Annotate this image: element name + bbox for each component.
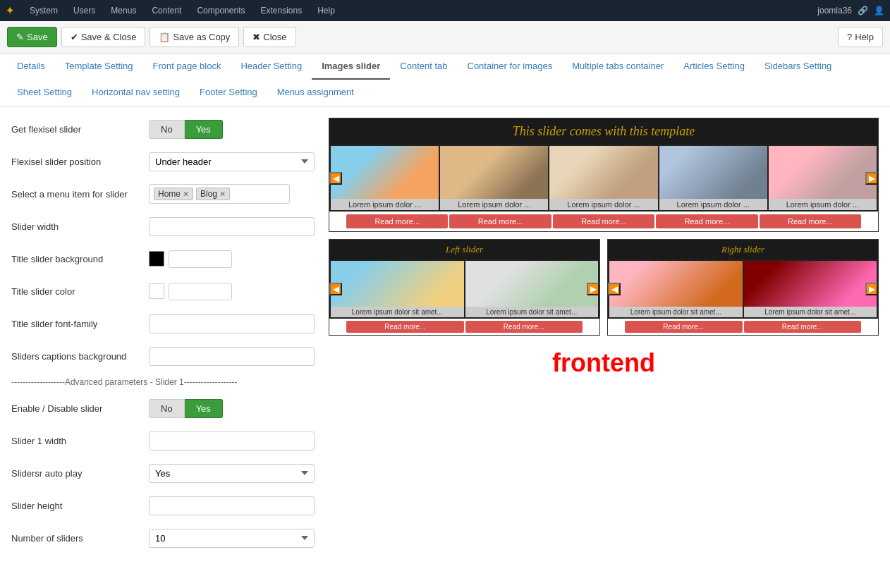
tab-container-images[interactable]: Container for images <box>458 54 563 80</box>
tab-horizontal-nav[interactable]: Horizontal nav setting <box>82 80 190 106</box>
left-read-more-2[interactable]: Read more... <box>465 321 583 333</box>
tab-sheet-setting[interactable]: Sheet Setting <box>7 80 82 106</box>
left-caption-2: Lorem ipsum dolor sit amet... <box>465 307 599 317</box>
slider1-width-input[interactable]: auto <box>149 431 315 451</box>
left-slider-nav-right[interactable]: ▶ <box>587 283 599 295</box>
tab-images-slider[interactable]: Images slider <box>312 54 390 80</box>
flexisel-position-select[interactable]: Under header Above header Below content <box>149 152 315 171</box>
flexisel-slider-row: Get flexisel slider No Yes <box>11 118 315 140</box>
tag-home: Home ✕ <box>154 188 193 200</box>
captions-bg-row: Sliders captions background rgba(255, 25… <box>11 345 315 367</box>
save-button[interactable]: ✎ Save <box>7 27 57 47</box>
external-link-icon: 🔗 <box>858 6 868 16</box>
flexisel-position-row: Flexisel slider position Under header Ab… <box>11 150 315 173</box>
title-bg-swatch[interactable] <box>149 251 164 267</box>
read-more-btn-5[interactable]: Read more... <box>760 214 861 228</box>
tag-blog-close[interactable]: ✕ <box>219 190 226 199</box>
slide-2-caption: Lorem ipsum dolor ... <box>440 199 548 210</box>
slide-3: Lorem ipsum dolor ... <box>549 146 657 210</box>
left-caption-1: Lorem ipsum dolor sit amet... <box>331 307 464 317</box>
autoplay-select[interactable]: Yes No <box>149 464 315 483</box>
close-icon: ✖ <box>252 32 260 42</box>
title-bg-row: Title slider background #000000 <box>11 247 315 270</box>
flexisel-toggle-group: No Yes <box>149 120 223 139</box>
right-caption-1: Lorem ipsum dolor sit amet... <box>609 307 743 317</box>
slider-nav-right[interactable]: ▶ <box>865 172 878 185</box>
tab-menus-assignment[interactable]: Menus assignment <box>267 80 364 106</box>
slider-width-row: Slider width auto <box>11 215 315 238</box>
nav-help[interactable]: Help <box>310 1 342 20</box>
read-more-btn-1[interactable]: Read more... <box>346 214 448 228</box>
flexisel-slider-label: Get flexisel slider <box>11 124 149 135</box>
slide-2: Lorem ipsum dolor ... <box>440 146 548 210</box>
enable-toggle-group: No Yes <box>149 399 223 418</box>
main-content: Get flexisel slider No Yes Flexisel slid… <box>0 106 890 588</box>
slider1-width-label: Slider 1 width <box>11 436 149 446</box>
tab-header-setting[interactable]: Header Setting <box>231 54 312 80</box>
right-read-more-2[interactable]: Read more... <box>744 321 862 333</box>
tab-footer-setting[interactable]: Footer Setting <box>190 80 267 106</box>
right-slide-2: Lorem ipsum dolor sit amet... <box>744 261 877 317</box>
slider-width-input[interactable]: auto <box>149 217 315 236</box>
slide-1-caption: Lorem ipsum dolor ... <box>331 199 439 210</box>
left-read-more-1[interactable]: Read more... <box>346 321 464 333</box>
right-caption-2: Lorem ipsum dolor sit amet... <box>744 307 877 317</box>
flexisel-no-btn[interactable]: No <box>149 120 185 139</box>
right-slider-nav-right[interactable]: ▶ <box>865 283 878 295</box>
tab-articles-setting[interactable]: Articles Setting <box>673 54 755 80</box>
slider-height-input[interactable]: 190px <box>149 496 315 515</box>
right-slider-nav-left[interactable]: ◀ <box>608 283 621 295</box>
title-font-row: Title slider font-family 'Monotype Corsi… <box>11 312 315 335</box>
nav-users[interactable]: Users <box>66 1 102 20</box>
slider-height-label: Slider height <box>11 501 149 511</box>
tag-blog-text: Blog <box>200 189 217 199</box>
captions-bg-input[interactable]: rgba(255, 255, 255, 0.7) <box>149 347 315 366</box>
tabs-row-2: Sheet Setting Horizontal nav setting Foo… <box>7 80 883 106</box>
help-button[interactable]: ? Help <box>838 27 883 47</box>
right-panel: This slider comes with this template ◀ L… <box>329 118 879 588</box>
tab-content-tab[interactable]: Content tab <box>390 54 457 80</box>
menu-tags-input[interactable]: Home ✕ Blog ✕ <box>149 184 290 204</box>
right-slider-images: ◀ Lorem ipsum dolor sit amet... Lorem ip… <box>608 259 878 319</box>
tab-template-setting[interactable]: Template Setting <box>55 54 143 80</box>
slider-nav-left[interactable]: ◀ <box>329 172 342 185</box>
joomla-logo: ✦ <box>6 5 14 16</box>
enable-yes-btn[interactable]: Yes <box>185 399 223 418</box>
title-color-row: Title slider color #ffffff <box>11 280 315 302</box>
nav-components[interactable]: Components <box>190 1 252 20</box>
read-more-btn-2[interactable]: Read more... <box>449 214 551 228</box>
tab-details[interactable]: Details <box>7 54 55 80</box>
tab-front-page[interactable]: Front page block <box>143 54 231 80</box>
right-slider: Right slider ◀ Lorem ipsum dolor sit ame… <box>607 239 879 336</box>
captions-bg-label: Sliders captions background <box>11 351 149 362</box>
title-bg-color-input[interactable]: #000000 <box>169 250 232 268</box>
left-slider-images-container: ◀ Lorem ipsum dolor sit amet... Lorem ip… <box>329 259 599 319</box>
save-copy-button[interactable]: 📋 Save as Copy <box>150 27 239 47</box>
main-slider-preview: This slider comes with this template ◀ L… <box>329 118 879 232</box>
slide-4-caption: Lorem ipsum dolor ... <box>659 199 767 210</box>
nav-extensions[interactable]: Extensions <box>253 1 309 20</box>
read-more-btn-3[interactable]: Read more... <box>553 214 654 228</box>
close-button[interactable]: ✖ Close <box>243 27 295 47</box>
tab-sidebars-setting[interactable]: Sidebars Setting <box>755 54 841 80</box>
tab-multiple-tabs[interactable]: Multiple tabs container <box>562 54 673 80</box>
title-color-input[interactable]: #ffffff <box>169 283 232 300</box>
slide-5: Lorem ipsum dolor ... <box>769 146 877 210</box>
enable-disable-row: Enable / Disable slider No Yes <box>11 397 315 419</box>
nav-system[interactable]: System <box>23 1 65 20</box>
save-close-button[interactable]: ✔ Save & Close <box>61 27 146 47</box>
right-read-more-1[interactable]: Read more... <box>625 321 743 333</box>
flexisel-yes-btn[interactable]: Yes <box>185 120 223 139</box>
slider-header: This slider comes with this template <box>329 118 878 145</box>
right-slide-1: Lorem ipsum dolor sit amet... <box>609 261 743 317</box>
nav-content[interactable]: Content <box>145 1 188 20</box>
slider-height-row: Slider height 190px <box>11 494 315 517</box>
left-slider-nav-left[interactable]: ◀ <box>329 283 342 295</box>
nav-menus[interactable]: Menus <box>104 1 143 20</box>
enable-no-btn[interactable]: No <box>149 399 185 418</box>
read-more-btn-4[interactable]: Read more... <box>656 214 757 228</box>
num-sliders-select[interactable]: 10 5 15 20 <box>149 529 315 548</box>
tag-home-close[interactable]: ✕ <box>183 190 189 199</box>
title-font-input[interactable]: 'Monotype Corsiva', Arial, 'Arial Unic <box>149 314 315 333</box>
title-color-swatch[interactable] <box>149 283 164 299</box>
